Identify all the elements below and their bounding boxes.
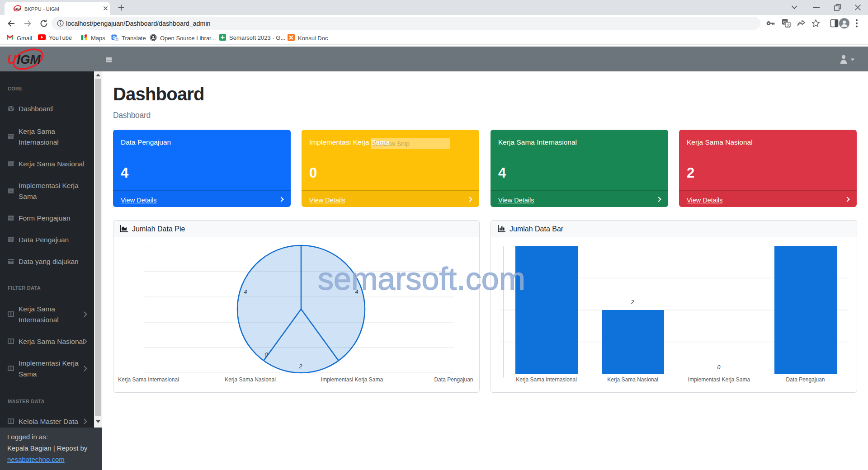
svg-text:4: 4 [355, 289, 359, 295]
svg-text:2: 2 [631, 299, 634, 306]
svg-text:文: 文 [115, 38, 118, 41]
svg-text:IGM: IGM [16, 7, 21, 11]
svg-text:文: 文 [787, 23, 791, 27]
svg-text:0: 0 [265, 352, 268, 358]
svg-text:0: 0 [717, 364, 721, 371]
svg-text:U: U [7, 52, 17, 66]
svg-text:IGM: IGM [17, 52, 41, 66]
svg-text:2: 2 [299, 363, 302, 370]
svg-text:4: 4 [244, 289, 247, 295]
